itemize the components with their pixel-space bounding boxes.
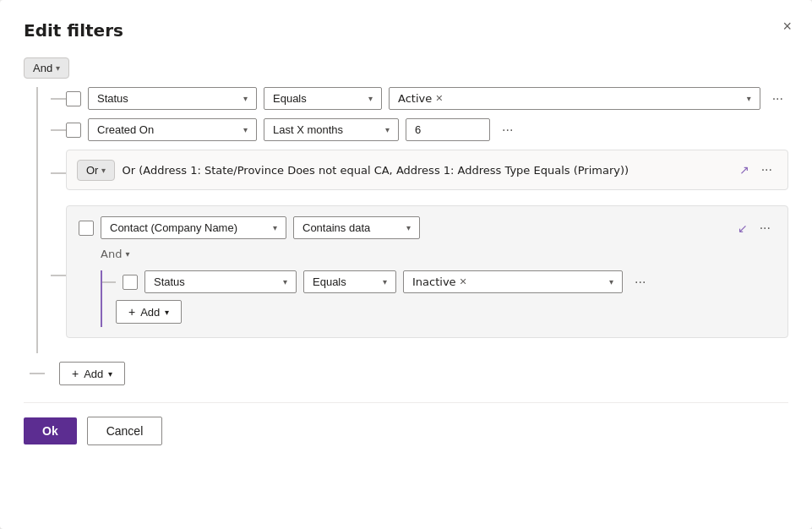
operator-chev-createdon: ▾ — [385, 125, 390, 134]
dialog-title: Edit filters — [24, 20, 788, 41]
nested-add-label: Add — [140, 306, 160, 319]
operator-chev-status: ▾ — [368, 94, 373, 103]
nested-group-header: Contact (Company Name) ▾ Contains data ▾… — [79, 216, 776, 239]
nested-header-checkbox[interactable] — [79, 221, 94, 236]
bottom-add-chev: ▾ — [108, 369, 112, 379]
nested-field-chev: ▾ — [273, 223, 277, 232]
inner-field-label: Status — [154, 275, 185, 288]
nested-operator-label: Contains data — [302, 221, 370, 234]
inner-field-chev: ▾ — [283, 277, 287, 286]
nested-field-label: Contact (Company Name) — [110, 221, 237, 234]
value-tag-chev[interactable]: ▾ — [747, 94, 751, 103]
operator-label-status: Equals — [273, 92, 307, 105]
or-group-row: Or ▾ Or (Address 1: State/Province Does … — [51, 150, 788, 197]
nested-group: Contact (Company Name) ▾ Contains data ▾… — [66, 205, 788, 338]
inner-value-tag-chev[interactable]: ▾ — [609, 277, 613, 286]
nested-add-button[interactable]: + Add ▾ — [116, 300, 182, 324]
tag-remove-active[interactable]: ✕ — [435, 93, 443, 104]
or-logic-label: Or — [86, 164, 98, 177]
field-chev-createdon: ▾ — [243, 125, 248, 134]
field-dropdown-status[interactable]: Status ▾ — [88, 87, 257, 110]
inner-tag-remove[interactable]: ✕ — [460, 276, 467, 287]
inner-operator-label: Equals — [313, 275, 346, 288]
nested-field-dropdown[interactable]: Contact (Company Name) ▾ — [101, 216, 286, 239]
operator-dropdown-status[interactable]: Equals ▾ — [264, 87, 382, 110]
row-content-status: Status ▾ Equals ▾ Active ✕ ▾ ··· — [66, 87, 788, 110]
inner-value-tag[interactable]: Inactive ✕ ▾ — [403, 270, 623, 293]
inner-tag-item: Inactive ✕ — [412, 275, 467, 288]
nested-operator-chev: ▾ — [406, 223, 411, 232]
nested-add-chev: ▾ — [165, 308, 169, 317]
top-and-chevron: ▾ — [56, 63, 60, 73]
field-dropdown-createdon[interactable]: Created On ▾ — [88, 118, 257, 141]
value-input-createdon[interactable] — [406, 118, 490, 141]
close-button[interactable]: × — [779, 15, 795, 37]
row2-checkbox[interactable] — [66, 123, 81, 138]
filter-row-createdon: Created On ▾ Last X months ▾ ··· — [51, 118, 788, 141]
or-group-ellipsis[interactable]: ··· — [756, 159, 777, 181]
inner-row-checkbox[interactable] — [123, 275, 138, 290]
ok-button[interactable]: Ok — [24, 417, 77, 444]
inner-field-dropdown[interactable]: Status ▾ — [144, 270, 297, 293]
row1-ellipsis[interactable]: ··· — [767, 88, 788, 110]
row-content-createdon: Created On ▾ Last X months ▾ ··· — [66, 118, 788, 141]
nested-collapse-icon[interactable]: ↙ — [738, 221, 748, 235]
nested-and-label: And — [101, 248, 122, 260]
or-group-text: Or (Address 1: State/Province Does not e… — [122, 164, 732, 177]
inner-tag-label: Inactive — [412, 275, 456, 288]
filter-row-status: Status ▾ Equals ▾ Active ✕ ▾ ··· — [51, 87, 788, 110]
nested-header-ellipsis[interactable]: ··· — [755, 217, 776, 239]
row1-checkbox[interactable] — [66, 91, 81, 106]
or-group: Or ▾ Or (Address 1: State/Province Does … — [66, 150, 788, 190]
bottom-add-label: Add — [84, 368, 103, 380]
inner-row-ellipsis[interactable]: ··· — [629, 271, 651, 293]
tag-item-active: Active ✕ — [398, 92, 443, 105]
field-label-createdon: Created On — [97, 123, 154, 136]
inner-filter-row: Status ▾ Equals ▾ — [102, 270, 651, 293]
or-group-inner: Or ▾ Or (Address 1: State/Province Does … — [77, 159, 777, 181]
nested-operator-dropdown[interactable]: Contains data ▾ — [293, 216, 420, 239]
value-tag-status[interactable]: Active ✕ ▾ — [389, 87, 760, 110]
edit-filters-dialog: Edit filters × And ▾ Status ▾ — [0, 0, 812, 529]
operator-label-createdon: Last X months — [273, 123, 343, 136]
top-and-pill[interactable]: And ▾ — [24, 57, 69, 79]
tag-label-active: Active — [398, 92, 432, 105]
field-label-status: Status — [97, 92, 128, 105]
bottom-add-plus: + — [72, 367, 79, 380]
operator-dropdown-createdon[interactable]: Last X months ▾ — [264, 118, 399, 141]
nested-add-plus: + — [128, 305, 135, 319]
field-chev-status: ▾ — [243, 94, 248, 103]
or-expand-icon[interactable]: ↗ — [739, 163, 749, 177]
row2-ellipsis[interactable]: ··· — [497, 119, 518, 141]
or-logic-pill[interactable]: Or ▾ — [77, 160, 115, 181]
bottom-add-button[interactable]: + Add ▾ — [59, 362, 125, 385]
inner-operator-dropdown[interactable]: Equals ▾ — [303, 270, 396, 293]
or-logic-chev: ▾ — [101, 166, 106, 175]
bottom-add-row: + Add ▾ — [24, 362, 788, 385]
dialog-footer: Ok Cancel — [24, 402, 788, 445]
top-and-label: And — [33, 62, 52, 74]
cancel-button[interactable]: Cancel — [87, 417, 163, 445]
nested-group-row: Contact (Company Name) ▾ Contains data ▾… — [51, 205, 788, 345]
nested-and-chev: ▾ — [125, 249, 129, 259]
inner-operator-chev: ▾ — [383, 277, 387, 286]
